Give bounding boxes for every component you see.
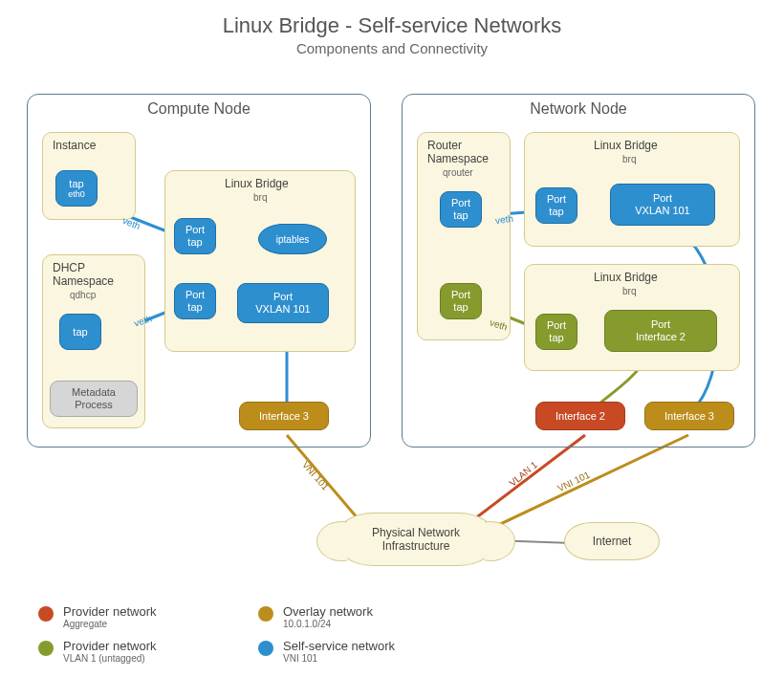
legend-provider-aggregate: Provider networkAggregate [38,604,229,629]
router-sub: qrouter [443,167,473,178]
compute-interface3: Interface 3 [239,402,329,430]
compute-port-tap2: Port tap [174,283,216,319]
instance-tap: tapeth0 [55,170,98,207]
compute-vxlan: Port VXLAN 101 [237,283,329,323]
diagram-title: Linux Bridge - Self-service Networks [0,0,784,38]
legend: Provider networkAggregate Overlay networ… [38,604,468,664]
legend-overlay: Overlay network10.0.1.0/24 [258,604,468,629]
metadata-process: Metadata Process [50,381,138,417]
diagram-subtitle: Components and Connectivity [0,40,784,56]
network-bridge2-port-iface2: Port Interface 2 [604,310,717,352]
compute-bridge-box: Linux Bridge brq [164,170,356,352]
compute-bridge-sub: brq [253,192,267,203]
network-bridge1-vxlan: Port VXLAN 101 [610,184,715,226]
legend-provider-vlan: Provider networkVLAN 1 (untagged) [38,639,229,664]
network-interface3: Interface 3 [644,402,734,430]
dhcp-label1: DHCP [53,261,85,274]
router-label2: Namespace [427,152,489,165]
vlan1: VLAN 1 [507,459,538,489]
instance-label: Instance [53,139,96,152]
router-port-tap: Port tap [440,191,482,228]
dhcp-tap: tap [59,314,101,350]
legend-selfservice: Self-service networkVNI 101 [258,639,468,664]
network-node-title: Network Node [403,100,754,118]
vni101-left: VNI 101 [300,459,331,491]
vni101-right: VNI 101 [555,470,591,494]
network-bridge2-label: Linux Bridge [594,271,658,284]
legend-dot-brown [258,606,273,622]
legend-dot-green [38,641,54,656]
internet-cloud: Internet [564,522,660,560]
network-bridge1-port-tap: Port tap [535,187,577,224]
dhcp-label2: Namespace [53,274,114,288]
network-bridge1-sub: brq [622,154,636,164]
physical-infra-cloud: Physical Network Infrastructure [335,513,497,566]
legend-dot-red [38,606,54,622]
iptables-cloud: iptables [258,224,327,254]
router-label1: Router [427,139,462,152]
network-bridge1-label: Linux Bridge [594,139,658,152]
compute-port-tap1: Port tap [174,218,216,254]
compute-node-title: Compute Node [28,100,370,118]
network-bridge2-sub: brq [622,286,636,296]
compute-bridge-label: Linux Bridge [225,177,289,190]
dhcp-sub: qdhcp [70,290,96,300]
network-bridge2-port-tap: Port tap [535,314,577,350]
legend-dot-blue [258,641,273,656]
router-port-tap2: Port tap [440,283,482,319]
network-interface2: Interface 2 [535,402,625,430]
